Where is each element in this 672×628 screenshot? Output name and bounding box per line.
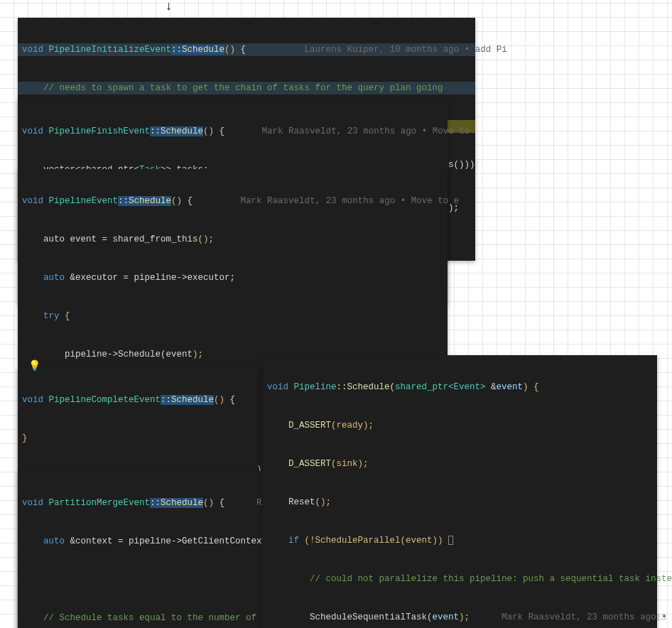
code-line[interactable]: auto &executor = pipeline->executor; bbox=[18, 271, 448, 284]
code-line[interactable]: void PipelineCompleteEvent::Schedule() { bbox=[18, 394, 258, 406]
git-blame: Mark Raasveldt, 23 months ago • Mov bbox=[502, 612, 672, 622]
code-line[interactable]: // needs to spawn a task to get the chai… bbox=[18, 82, 475, 94]
arrow-down-icon: ↓ bbox=[165, 0, 173, 13]
code-line[interactable]: try { bbox=[18, 310, 448, 323]
code-line[interactable]: void Pipeline::Schedule(shared_ptr<Event… bbox=[263, 381, 657, 394]
code-panel-pipeline-schedule: void Pipeline::Schedule(shared_ptr<Event… bbox=[263, 355, 657, 628]
code-line[interactable]: void PipelineEvent::Schedule() { Mark Ra… bbox=[18, 195, 448, 207]
code-line[interactable]: ScheduleSequentialTask(event); Mark Raas… bbox=[263, 611, 657, 624]
code-line[interactable]: Reset(); bbox=[263, 496, 657, 509]
code-line[interactable]: // could not parallelize this pipeline: … bbox=[263, 573, 657, 585]
git-blame: Mark Raasveldt, 23 months ago • Move to … bbox=[241, 196, 460, 206]
lightbulb-icon[interactable]: 💡 bbox=[28, 359, 40, 372]
git-blame: Mark Raasveldt, 23 months ago • Move to bbox=[262, 126, 475, 136]
code-line[interactable]: void PipelineFinishEvent::Schedule() { M… bbox=[18, 125, 448, 138]
code-line[interactable]: D_ASSERT(ready); bbox=[263, 419, 657, 432]
code-line[interactable]: auto event = shared_from_this(); bbox=[18, 233, 448, 246]
code-line[interactable]: } bbox=[18, 432, 258, 445]
git-blame: Laurens Kuiper, 10 months ago • add Pi bbox=[305, 45, 507, 55]
code-line[interactable]: void PipelineInitializeEvent::Schedule()… bbox=[18, 43, 475, 56]
code-line[interactable]: if (!ScheduleParallel(event)) bbox=[263, 534, 657, 547]
cursor-marker bbox=[448, 536, 453, 545]
code-line[interactable]: D_ASSERT(sink); bbox=[263, 458, 657, 470]
